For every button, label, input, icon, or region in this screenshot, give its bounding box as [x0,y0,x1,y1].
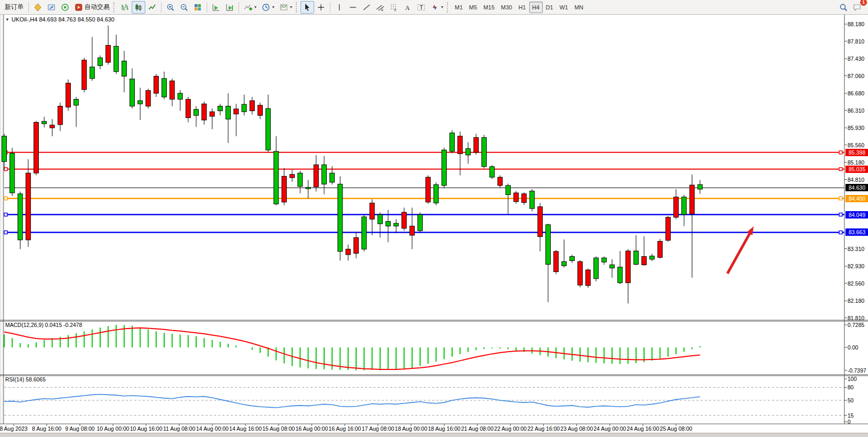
chevron-down-icon[interactable]: ▼ [5,17,9,22]
svg-text:A: A [405,4,410,11]
chart-shift-button[interactable] [223,1,237,14]
tile-windows-button[interactable] [191,1,205,14]
line-chart-button[interactable] [145,1,159,14]
time-axis-label: 24 Aug 16:00 [627,425,659,432]
timeframe-w1[interactable]: W1 [556,2,572,13]
toolbar-separator [239,2,239,13]
vertical-line-button[interactable] [333,1,346,14]
timeframe-m5[interactable]: M5 [466,2,480,13]
timeframe-m1[interactable]: M1 [452,2,466,13]
y-axis-tick-label: 82.560 [848,280,864,287]
templates-button[interactable]: ▾ [277,1,295,14]
toolbar-grip [296,2,298,13]
text-button[interactable]: A [401,1,414,14]
price-line-badge: 84.400 [845,195,868,202]
y-axis-tick-label: 83.310 [848,246,864,252]
time-axis-label: 23 Aug 08:00 [561,425,593,432]
y-axis-tick-label: 86.680 [848,90,864,96]
crosshair-button[interactable] [314,1,328,14]
new-order-icon-button[interactable] [31,1,45,14]
svg-text:F: F [394,8,397,12]
auto-scroll-button[interactable] [209,1,223,14]
line-handle[interactable] [4,168,7,171]
bar-chart-button[interactable] [118,1,132,14]
y-axis-tick-label: 81.810 [848,315,864,321]
arrows-button[interactable]: ▾ [428,1,446,14]
trendline-button[interactable] [360,1,373,14]
chevron-down-icon: ▾ [441,5,443,9]
line-handle[interactable] [839,151,842,154]
timeframe-m15[interactable]: M15 [480,2,498,13]
metaeditor-button[interactable] [45,1,58,14]
toolbar-separator [28,2,29,13]
new-order-button-label: 新订单 [5,3,24,12]
line-handle[interactable] [839,197,842,200]
crosshair-icon [317,3,325,12]
timeframe-d1[interactable]: D1 [543,2,556,13]
line-handle[interactable] [839,213,842,216]
svg-text:T: T [420,4,423,10]
time-axis-label: 10 Aug 00:00 [97,425,129,432]
time-axis-label: 10 Aug 16:00 [130,425,163,432]
time-axis-label: 16 Aug 00:00 [295,425,328,432]
toolbar-right-group: 1 [837,1,868,14]
autotrading-button[interactable]: 自动交易 [72,1,112,14]
line-handle[interactable] [4,231,7,234]
new-order-button[interactable]: 新订单 [2,1,26,14]
chart-window[interactable]: ▼ UKOil-,H4 84.693 84.763 84.550 84.630 … [0,15,868,437]
notifications-button[interactable]: 1 [850,1,864,14]
periods-icon [262,3,270,12]
text-label-button[interactable]: T [414,1,428,14]
timeframe-mn[interactable]: MN [571,2,586,13]
time-axis-label: 17 Aug 08:00 [362,425,394,432]
signal-button[interactable] [58,1,72,14]
window-bottom-strip [0,433,868,437]
line-handle[interactable] [839,231,842,234]
horizontal-line-button[interactable] [346,1,360,14]
auto-scroll-icon [212,3,220,12]
chart-candles-icon [134,3,143,12]
time-axis-label: 9 Aug 08:00 [65,425,94,432]
time-axis-label: 18 Aug 16:00 [428,425,460,432]
time-axis-label: 16 Aug 16:00 [329,425,361,432]
mt4-window: 新订单自动交易▾▾▾EFAT▾M1M5M15M30H1H4D1W1MN1 ▼ U… [0,0,868,437]
chevron-down-icon: ▾ [290,5,292,9]
indicators-button[interactable]: ▾ [241,1,259,14]
price-line-badge: 83.663 [845,228,868,236]
zoom-out-button[interactable] [177,1,191,14]
price-line-badge: 85.035 [845,166,868,173]
rsi-axis-tick-label: 15 [848,412,854,419]
y-axis-tick-label: 82.930 [848,263,864,269]
fibo-icon: F [390,3,398,12]
search-button[interactable] [837,1,850,14]
timeframe-m30[interactable]: M30 [498,2,515,13]
y-axis-tick-label: 85.560 [848,142,864,148]
zoom-in-button[interactable] [164,1,177,14]
chart-title: ▼ UKOil-,H4 84.693 84.763 84.550 84.630 [5,16,114,23]
toolbar-grip [113,2,116,13]
chart-title-text: UKOil-,H4 84.693 84.763 84.550 84.630 [12,16,114,23]
text-label-icon: T [417,3,425,12]
line-handle[interactable] [839,168,842,171]
toolbar-separator [161,2,162,13]
y-axis-tick-label: 85.180 [848,159,864,166]
line-handle[interactable] [4,197,7,200]
notification-badge: 1 [860,0,867,6]
time-axis-label: 22 Aug 00:00 [494,425,527,432]
candle-chart-button[interactable] [132,1,145,14]
cursor-button[interactable] [301,1,314,14]
periods-button[interactable]: ▾ [259,1,277,14]
channel-button[interactable]: E [373,1,387,14]
time-axis-label: 8 Aug 2023 [0,425,28,432]
zoom-out-icon [180,3,188,12]
timeframe-h1[interactable]: H1 [515,2,529,13]
cursor-icon [303,3,312,12]
timeframe-h4[interactable]: H4 [529,2,543,13]
line-handle[interactable] [4,213,7,216]
chart-surface[interactable] [0,15,868,437]
fibonacci-button[interactable]: F [387,1,401,14]
rsi-axis-tick-label: 50 [848,397,854,403]
y-axis-tick-label: 87.810 [848,38,864,45]
time-axis-label: 21 Aug 08:00 [461,425,494,432]
toolbar-grip [447,2,449,13]
